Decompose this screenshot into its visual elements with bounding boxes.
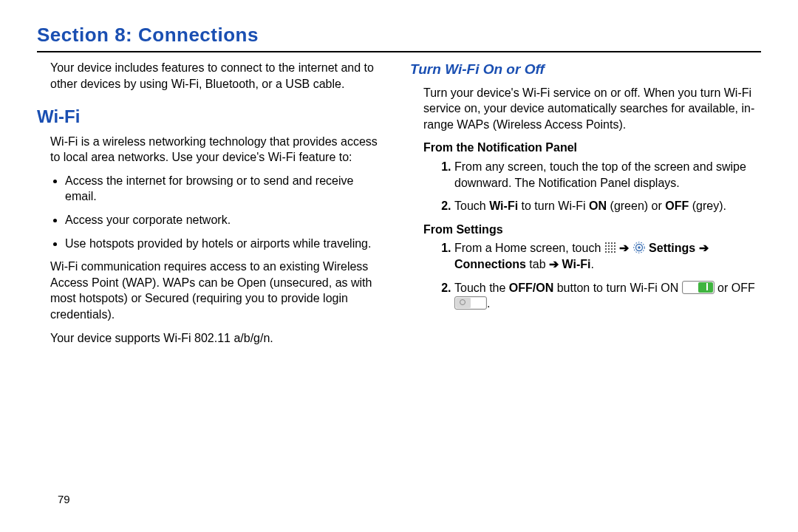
- step-text: or OFF: [715, 282, 755, 294]
- off-on-label: OFF/ON: [509, 282, 553, 294]
- toggle-off-icon: [454, 296, 487, 310]
- wifi-support-paragraph: Your device supports Wi-Fi 802.11 a/b/g/…: [37, 330, 388, 347]
- on-label: ON: [589, 200, 607, 212]
- from-notification-panel-label: From the Notification Panel: [410, 140, 761, 156]
- arrow-icon: ➔: [619, 242, 632, 254]
- settings-steps: From a Home screen, touch ➔ Settings ➔ C…: [410, 240, 761, 311]
- arrow-icon: ➔: [695, 242, 708, 254]
- list-item: Use hotspots provided by hotels or airpo…: [65, 236, 388, 252]
- page-number: 79: [58, 493, 70, 505]
- step-text: From a Home screen, touch: [454, 242, 604, 254]
- svg-point-2: [638, 247, 641, 250]
- left-column: Your device includes features to connect…: [37, 60, 388, 353]
- step-text: tab: [526, 258, 549, 270]
- step-text: to turn Wi-Fi: [518, 200, 589, 212]
- wifi-label: Wi-Fi: [562, 258, 590, 270]
- step-text: Touch the: [454, 282, 509, 294]
- notification-panel-steps: From any screen, touch the top of the sc…: [410, 159, 761, 214]
- step-text: From any screen, touch the top of the sc…: [454, 160, 746, 189]
- step-text: Touch: [454, 200, 489, 212]
- manual-page: Section 8: Connections Your device inclu…: [0, 0, 798, 532]
- turn-wifi-intro: Turn your device's Wi-Fi service on or o…: [410, 85, 761, 133]
- wifi-intro-paragraph: Wi-Fi is a wireless networking technolog…: [37, 134, 388, 166]
- right-column: Turn Wi-Fi On or Off Turn your device's …: [410, 60, 761, 353]
- from-settings-label: From Settings: [410, 222, 761, 238]
- wifi-uses-list: Access the internet for browsing or to s…: [37, 173, 388, 251]
- step-text: .: [487, 297, 490, 310]
- step-item: From any screen, touch the top of the sc…: [454, 159, 761, 191]
- list-item: Access your corporate network.: [65, 212, 388, 228]
- step-text: (green) or: [607, 200, 665, 212]
- connections-label: Connections: [454, 258, 526, 270]
- step-text: button to turn Wi-Fi ON: [553, 282, 681, 294]
- device-intro-paragraph: Your device includes features to connect…: [37, 60, 388, 92]
- two-column-layout: Your device includes features to connect…: [37, 60, 761, 353]
- step-text: (grey).: [689, 200, 726, 212]
- section-title: Section 8: Connections: [37, 24, 761, 47]
- wifi-label: Wi-Fi: [489, 200, 518, 212]
- arrow-icon: ➔: [549, 258, 562, 270]
- step-text: .: [590, 258, 593, 270]
- step-item: From a Home screen, touch ➔ Settings ➔ C…: [454, 240, 761, 272]
- off-label: OFF: [665, 200, 689, 212]
- step-item: Touch Wi-Fi to turn Wi-Fi ON (green) or …: [454, 198, 761, 214]
- title-rule: [37, 51, 761, 52]
- settings-label: Settings: [649, 242, 695, 254]
- wap-paragraph: Wi-Fi communication requires access to a…: [37, 259, 388, 322]
- list-item: Access the internet for browsing or to s…: [65, 173, 388, 205]
- step-item: Touch the OFF/ON button to turn Wi-Fi ON…: [454, 280, 761, 312]
- apps-grid-icon: [604, 242, 616, 253]
- settings-gear-icon: [632, 241, 646, 254]
- turn-wifi-subheading: Turn Wi-Fi On or Off: [410, 60, 761, 79]
- toggle-on-icon: [682, 281, 715, 294]
- wifi-heading: Wi-Fi: [37, 105, 388, 129]
